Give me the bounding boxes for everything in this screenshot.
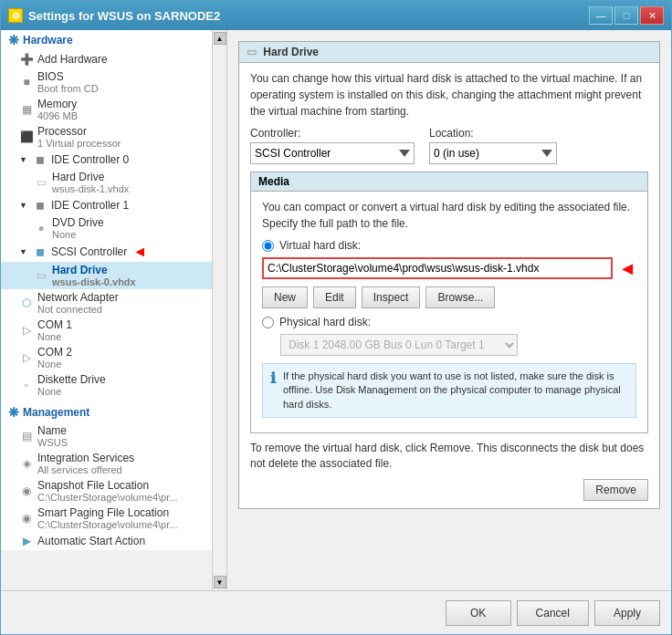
scrollbar[interactable]: ▲ ▼: [212, 30, 226, 590]
minimize-button[interactable]: —: [589, 6, 613, 25]
info-text: If the physical hard disk you want to us…: [283, 370, 628, 411]
ide0-expand-icon: ▼: [19, 155, 27, 164]
smart-paging-icon: ◉: [19, 511, 34, 526]
info-icon: ℹ: [270, 370, 276, 387]
sidebar-item-com1[interactable]: ▷ COM 1 None: [1, 317, 212, 344]
sidebar-item-com2[interactable]: ▷ COM 2 None: [1, 344, 212, 371]
physical-select-row: Disk 1 2048.00 GB Bus 0 Lun 0 Target 1: [280, 334, 636, 356]
hardware-header: ❋ Hardware: [1, 30, 212, 50]
scsi-arrow: ◄: [132, 244, 147, 260]
sidebar-item-name[interactable]: ▤ Name WSUS: [1, 422, 212, 450]
location-select[interactable]: 0 (in use): [429, 142, 557, 164]
vhd-radio-row: Virtual hard disk:: [262, 239, 636, 252]
management-header: ❋ Management: [1, 402, 212, 422]
harddrive-section-icon: ▭: [247, 46, 257, 58]
vhd-arrow-annotation: ◄: [618, 258, 636, 279]
harddrive1-icon: ▭: [34, 175, 48, 190]
sidebar-item-diskette[interactable]: ▫ Diskette Drive None: [1, 371, 212, 399]
processor-icon: ⬛: [19, 130, 34, 144]
sidebar-item-harddrive-wsus[interactable]: ▭ Hard Drive wsus-disk-0.vhdx: [1, 262, 212, 289]
remove-text: To remove the virtual hard disk, click R…: [250, 441, 648, 472]
sidebar-item-memory[interactable]: ▦ Memory 4096 MB: [1, 96, 212, 123]
snapshot-icon: ◉: [19, 484, 34, 498]
bottom-bar: OK Cancel Apply: [1, 590, 671, 634]
media-description: You can compact or convert a virtual har…: [262, 199, 636, 232]
harddrive-wsus-icon: ▭: [34, 268, 48, 283]
sidebar-item-autostart[interactable]: ▶ Automatic Start Action: [1, 532, 212, 550]
right-panel: ▭ Hard Drive You can change how this vir…: [227, 30, 671, 590]
dvd-icon: ●: [34, 221, 48, 235]
info-box: ℹ If the physical hard disk you want to …: [262, 363, 636, 418]
ide1-expand-icon: ▼: [19, 201, 27, 210]
controller-select[interactable]: SCSI Controller: [250, 142, 415, 164]
sidebar-item-smart-paging[interactable]: ◉ Smart Paging File Location C:\ClusterS…: [1, 505, 212, 532]
remove-btn-row: Remove: [250, 479, 648, 501]
sidebar-item-add-hardware[interactable]: ➕ Add Hardware: [1, 50, 212, 68]
vhd-path-input[interactable]: [262, 257, 613, 279]
integration-icon: ◈: [19, 456, 34, 471]
diskette-icon: ▫: [19, 378, 34, 392]
sidebar-item-bios[interactable]: ■ BIOS Boot from CD: [1, 68, 212, 96]
sidebar-item-scsi[interactable]: ▼ ◼ SCSI Controller ◄: [1, 242, 212, 262]
app-icon: ⚙: [8, 8, 23, 23]
sidebar-item-ide1[interactable]: ▼ ◼ IDE Controller 1: [1, 196, 212, 214]
hard-drive-section: ▭ Hard Drive You can change how this vir…: [238, 41, 660, 509]
autostart-icon: ▶: [19, 534, 34, 548]
title-bar: ⚙ Settings for WSUS on SARNODE2 — □ ✕: [1, 1, 671, 30]
cancel-button[interactable]: Cancel: [517, 600, 589, 626]
vhd-radio[interactable]: [262, 240, 274, 252]
controller-group: Controller: SCSI Controller: [250, 127, 415, 164]
sidebar-item-snapshot[interactable]: ◉ Snapshot File Location C:\ClusterStora…: [1, 477, 212, 505]
apply-button[interactable]: Apply: [594, 600, 660, 626]
description-text: You can change how this virtual hard dis…: [250, 70, 648, 120]
media-box: Media You can compact or convert a virtu…: [250, 172, 648, 433]
controller-location-row: Controller: SCSI Controller Location: 0 …: [250, 127, 648, 164]
sidebar-item-network[interactable]: ⬡ Network Adapter Not connected: [1, 289, 212, 317]
hard-drive-title: ▭ Hard Drive: [239, 42, 659, 63]
controller-label: Controller:: [250, 127, 415, 140]
browse-button[interactable]: Browse...: [425, 286, 495, 308]
name-icon: ▤: [19, 429, 34, 443]
bios-icon: ■: [19, 75, 34, 89]
network-icon: ⬡: [19, 296, 34, 310]
edit-button[interactable]: Edit: [313, 286, 356, 308]
memory-icon: ▦: [19, 102, 34, 117]
sidebar-item-ide0[interactable]: ▼ ◼ IDE Controller 0: [1, 151, 212, 169]
ide1-icon: ◼: [33, 198, 47, 213]
scsi-icon: ◼: [33, 245, 47, 259]
inspect-button[interactable]: Inspect: [362, 286, 421, 308]
vhd-buttons-row: New Edit Inspect Browse...: [262, 286, 636, 308]
ok-button[interactable]: OK: [446, 600, 511, 626]
com1-icon: ▷: [19, 323, 34, 338]
sidebar-item-integration[interactable]: ◈ Integration Services All services offe…: [1, 450, 212, 477]
physical-disk-select: Disk 1 2048.00 GB Bus 0 Lun 0 Target 1: [280, 334, 518, 356]
physical-label: Physical hard disk:: [279, 316, 371, 328]
location-label: Location:: [429, 127, 557, 140]
com2-icon: ▷: [19, 350, 34, 365]
vhd-label: Virtual hard disk:: [279, 239, 361, 252]
new-button[interactable]: New: [262, 286, 308, 308]
physical-radio[interactable]: [262, 317, 274, 328]
sidebar-item-processor[interactable]: ⬛ Processor 1 Virtual processor: [1, 123, 212, 151]
remove-button[interactable]: Remove: [583, 479, 648, 501]
scroll-up-btn[interactable]: ▲: [214, 32, 226, 45]
window-title: Settings for WSUS on SARNODE2: [28, 9, 220, 23]
scsi-expand-icon: ▼: [19, 247, 27, 256]
vhd-path-row: ◄: [262, 257, 636, 279]
media-title: Media: [251, 172, 647, 192]
scroll-down-btn[interactable]: ▼: [214, 576, 226, 588]
location-group: Location: 0 (in use): [429, 127, 557, 164]
maximize-button[interactable]: □: [614, 6, 638, 25]
sidebar-item-harddrive1[interactable]: ▭ Hard Drive wsus-disk-1.vhdx: [1, 169, 212, 196]
physical-radio-row: Physical hard disk:: [262, 316, 636, 328]
close-button[interactable]: ✕: [640, 6, 664, 25]
ide0-icon: ◼: [33, 152, 47, 167]
add-hardware-icon: ➕: [19, 52, 34, 67]
sidebar-item-dvddrive[interactable]: ● DVD Drive None: [1, 214, 212, 242]
